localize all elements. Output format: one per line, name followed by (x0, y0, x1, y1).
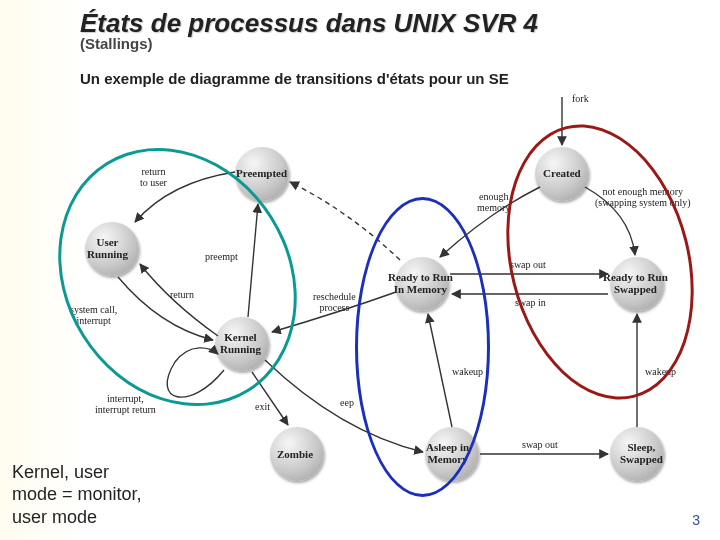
description: Un exemple de diagramme de transitions d… (80, 70, 509, 87)
edge-enough-memory: enoughmemory (477, 192, 510, 213)
edge-wakeup-2: wakeup (645, 367, 676, 378)
annotation-text: Kernel, usermode = monitor,user mode (12, 461, 142, 529)
edge-not-enough-memory: not enough memory(swapping system only) (595, 187, 691, 208)
edge-preempt: preempt (205, 252, 238, 263)
edge-syscall: system call,interrupt (70, 305, 117, 326)
source-label: (Stallings) (80, 35, 153, 52)
edge-exit: exit (255, 402, 270, 413)
edge-swap-out-1: swap out (510, 260, 546, 271)
edge-interrupt-return: interrupt,interrupt return (95, 394, 156, 415)
state-diagram: UserRunning KernelRunning Preempted Zomb… (40, 92, 720, 492)
edge-sleep: eep (340, 398, 354, 409)
edge-fork: fork (572, 94, 589, 105)
edge-return-to-user: returnto user (140, 167, 167, 188)
edge-wakeup-1: wakeup (452, 367, 483, 378)
edge-return: return (170, 290, 194, 301)
page-number: 3 (692, 512, 700, 528)
edge-swap-out-2: swap out (522, 440, 558, 451)
edge-swap-in: swap in (515, 298, 546, 309)
arrows (40, 92, 720, 492)
edge-reschedule: rescheduleprocess (313, 292, 356, 313)
